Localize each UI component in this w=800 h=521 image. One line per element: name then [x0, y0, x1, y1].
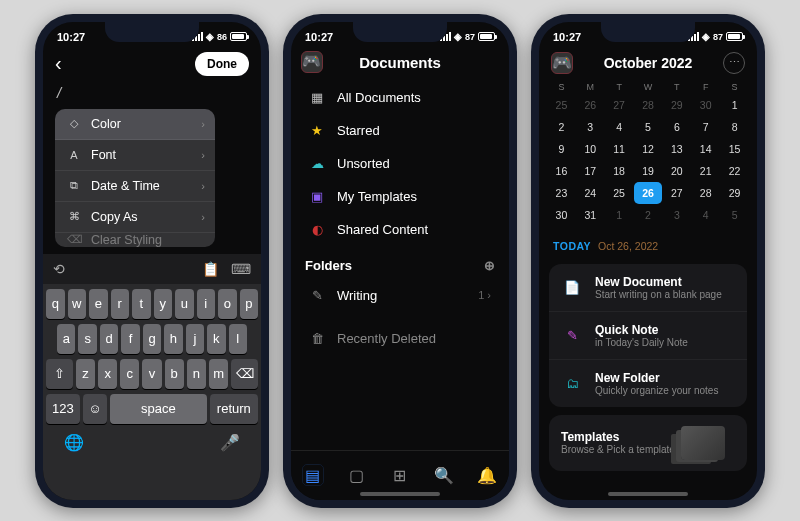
- calendar-day[interactable]: 22: [720, 160, 749, 182]
- calendar-day[interactable]: 15: [720, 138, 749, 160]
- calendar-day[interactable]: 28: [691, 182, 720, 204]
- calendar-day[interactable]: 14: [691, 138, 720, 160]
- key-b[interactable]: b: [165, 359, 184, 389]
- calendar-day[interactable]: 23: [547, 182, 576, 204]
- action-new-folder[interactable]: 🗂New FolderQuickly organize your notes: [549, 360, 747, 407]
- globe-icon[interactable]: 🌐: [64, 433, 84, 452]
- key-q[interactable]: q: [46, 289, 65, 319]
- nav-my-templates[interactable]: ▣My Templates: [295, 180, 505, 213]
- calendar-day[interactable]: 6: [662, 116, 691, 138]
- nav-shared-content[interactable]: ◐Shared Content: [295, 213, 505, 246]
- calendar-day[interactable]: 19: [634, 160, 663, 182]
- nav-starred[interactable]: ★Starred: [295, 114, 505, 147]
- calendar-day[interactable]: 2: [547, 116, 576, 138]
- key-i[interactable]: i: [197, 289, 216, 319]
- calendar-day[interactable]: 13: [662, 138, 691, 160]
- add-folder-icon[interactable]: ⊕: [484, 258, 495, 273]
- key-c[interactable]: c: [120, 359, 139, 389]
- calendar-day[interactable]: 25: [547, 94, 576, 116]
- key-v[interactable]: v: [142, 359, 161, 389]
- mic-icon[interactable]: 🎤: [220, 433, 240, 452]
- calendar-day[interactable]: 30: [691, 94, 720, 116]
- calendar-day[interactable]: 3: [576, 116, 605, 138]
- key-u[interactable]: u: [175, 289, 194, 319]
- tab-search[interactable]: 🔍: [433, 464, 455, 486]
- keyboard-toggle-icon[interactable]: ⌨: [231, 261, 251, 277]
- templates-card[interactable]: Templates Browse & Pick a template: [549, 415, 747, 471]
- key-d[interactable]: d: [100, 324, 118, 354]
- editor-content[interactable]: /: [43, 82, 261, 103]
- calendar-day[interactable]: 8: [720, 116, 749, 138]
- key-k[interactable]: k: [207, 324, 225, 354]
- key-l[interactable]: l: [229, 324, 247, 354]
- menu-item-color[interactable]: ◇Color›: [55, 109, 215, 140]
- folder-writing[interactable]: ✎Writing1 ›: [295, 279, 505, 312]
- calendar-day[interactable]: 24: [576, 182, 605, 204]
- calendar-day[interactable]: 30: [547, 204, 576, 226]
- key-z[interactable]: z: [76, 359, 95, 389]
- calendar-day[interactable]: 21: [691, 160, 720, 182]
- key-y[interactable]: y: [154, 289, 173, 319]
- paste-icon[interactable]: 📋: [202, 261, 219, 277]
- key-⇧[interactable]: ⇧: [46, 359, 73, 389]
- back-button[interactable]: ‹: [55, 52, 62, 75]
- key-t[interactable]: t: [132, 289, 151, 319]
- calendar-day[interactable]: 27: [605, 94, 634, 116]
- tab-notifications[interactable]: 🔔: [476, 464, 498, 486]
- calendar-day[interactable]: 25: [605, 182, 634, 204]
- avatar[interactable]: 🎮: [551, 52, 573, 74]
- calendar-day[interactable]: 27: [662, 182, 691, 204]
- calendar-day[interactable]: 31: [576, 204, 605, 226]
- menu-item-date-time[interactable]: ⧉Date & Time›: [55, 171, 215, 202]
- key-n[interactable]: n: [187, 359, 206, 389]
- key-return[interactable]: return: [210, 394, 258, 424]
- calendar-day[interactable]: 20: [662, 160, 691, 182]
- menu-item-copy-as[interactable]: ⌘Copy As›: [55, 202, 215, 233]
- calendar-day[interactable]: 12: [634, 138, 663, 160]
- calendar-day[interactable]: 4: [691, 204, 720, 226]
- done-button[interactable]: Done: [195, 52, 249, 76]
- calendar-day[interactable]: 5: [720, 204, 749, 226]
- key-s[interactable]: s: [78, 324, 96, 354]
- key-w[interactable]: w: [68, 289, 87, 319]
- calendar-day[interactable]: 4: [605, 116, 634, 138]
- calendar-day[interactable]: 11: [605, 138, 634, 160]
- calendar-day[interactable]: 5: [634, 116, 663, 138]
- key-p[interactable]: p: [240, 289, 259, 319]
- key-emoji[interactable]: ☺: [83, 394, 107, 424]
- nav-unsorted[interactable]: ☁Unsorted: [295, 147, 505, 180]
- calendar-day[interactable]: 17: [576, 160, 605, 182]
- key-e[interactable]: e: [89, 289, 108, 319]
- key-o[interactable]: o: [218, 289, 237, 319]
- calendar-day[interactable]: 28: [634, 94, 663, 116]
- nav-all-documents[interactable]: ▦All Documents: [295, 81, 505, 114]
- calendar-day[interactable]: 2: [634, 204, 663, 226]
- key-x[interactable]: x: [98, 359, 117, 389]
- calendar-day[interactable]: 10: [576, 138, 605, 160]
- key-g[interactable]: g: [143, 324, 161, 354]
- calendar-day[interactable]: 29: [720, 182, 749, 204]
- action-quick-note[interactable]: ✎Quick Notein Today's Daily Note: [549, 312, 747, 360]
- calendar-day[interactable]: 7: [691, 116, 720, 138]
- avatar[interactable]: 🎮: [301, 51, 323, 73]
- key-j[interactable]: j: [186, 324, 204, 354]
- key-space[interactable]: space: [110, 394, 207, 424]
- key-⌫[interactable]: ⌫: [231, 359, 258, 389]
- undo-icon[interactable]: ⟲: [53, 261, 65, 277]
- calendar-day[interactable]: 3: [662, 204, 691, 226]
- calendar-day[interactable]: 1: [605, 204, 634, 226]
- tab-documents[interactable]: ▤: [302, 464, 324, 486]
- key-f[interactable]: f: [121, 324, 139, 354]
- recently-deleted[interactable]: 🗑 Recently Deleted: [295, 322, 505, 355]
- key-h[interactable]: h: [164, 324, 182, 354]
- calendar-day[interactable]: 29: [662, 94, 691, 116]
- menu-item-clear-styling[interactable]: ⌫Clear Styling: [55, 233, 215, 247]
- action-new-document[interactable]: 📄New DocumentStart writing on a blank pa…: [549, 264, 747, 312]
- menu-item-font[interactable]: AFont›: [55, 140, 215, 171]
- key-r[interactable]: r: [111, 289, 130, 319]
- calendar-day[interactable]: 26: [634, 182, 663, 204]
- calendar-day[interactable]: 9: [547, 138, 576, 160]
- key-m[interactable]: m: [209, 359, 228, 389]
- tab-today[interactable]: ▢: [345, 464, 367, 486]
- tab-new[interactable]: ⊞: [389, 464, 411, 486]
